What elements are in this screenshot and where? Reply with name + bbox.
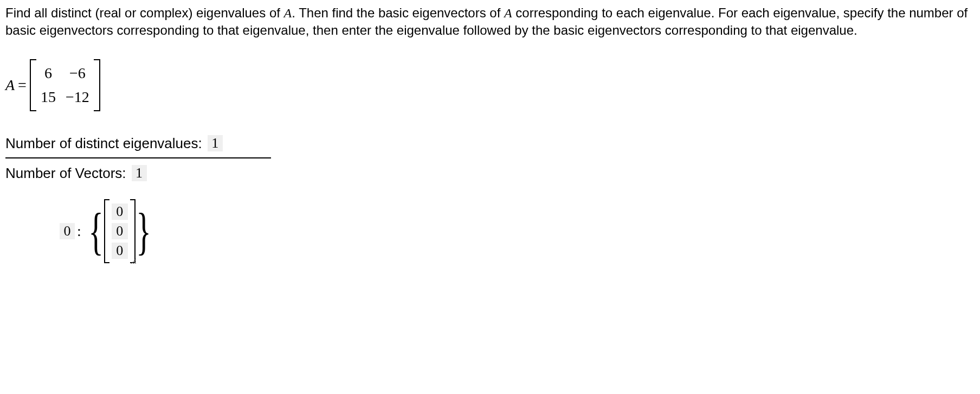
matrix-symbol-A-1: A: [284, 6, 292, 20]
instructions-text-part1: Find all distinct (real or complex) eige…: [5, 5, 284, 20]
eigenvector-input[interactable]: 0 0 0: [104, 199, 136, 263]
vector-cell-3[interactable]: 0: [112, 243, 128, 259]
distinct-eigenvalues-label: Number of distinct eigenvalues:: [5, 135, 202, 152]
eigenvalue-answer-block: 0 : { 0 0 0 }: [60, 199, 975, 263]
right-bracket-icon: [94, 59, 100, 111]
distinct-eigenvalues-row: Number of distinct eigenvalues: 1: [5, 133, 975, 154]
matrix-cell-r1c1: 6: [41, 65, 56, 82]
question-instructions: Find all distinct (real or complex) eige…: [5, 4, 975, 40]
matrix-cell-r2c2: −12: [66, 88, 89, 106]
instructions-text-part2: . Then find the basic eigenvectors of: [292, 5, 504, 20]
left-bracket-icon: [30, 59, 36, 111]
section-divider: [5, 157, 271, 158]
left-brace-icon: {: [88, 209, 104, 253]
right-brace-icon: }: [136, 209, 151, 253]
vector-left-bracket-icon: [104, 199, 109, 263]
colon-label: :: [77, 223, 81, 240]
distinct-eigenvalues-input[interactable]: 1: [208, 135, 223, 151]
num-vectors-input[interactable]: 1: [132, 165, 147, 181]
svg-line-2: [136, 263, 136, 264]
num-vectors-label: Number of Vectors:: [5, 165, 126, 182]
equals-sign: =: [18, 77, 27, 94]
matrix-cell-r2c1: 15: [41, 88, 56, 106]
vector-cell-2[interactable]: 0: [112, 223, 128, 239]
matrix-A: 6 −6 15 −12: [30, 59, 100, 111]
matrix-symbol-A-2: A: [504, 6, 512, 20]
resize-handle-icon[interactable]: [130, 258, 137, 264]
matrix-definition: A = 6 −6 15 −12: [5, 59, 975, 111]
num-vectors-row: Number of Vectors: 1: [5, 163, 975, 184]
eigenvalue-input[interactable]: 0: [60, 223, 75, 239]
matrix-name: A: [5, 77, 15, 94]
svg-line-0: [131, 259, 136, 264]
vector-right-bracket-icon: [130, 199, 136, 263]
vector-cell-1[interactable]: 0: [112, 204, 128, 220]
matrix-cell-r1c2: −6: [66, 65, 89, 82]
